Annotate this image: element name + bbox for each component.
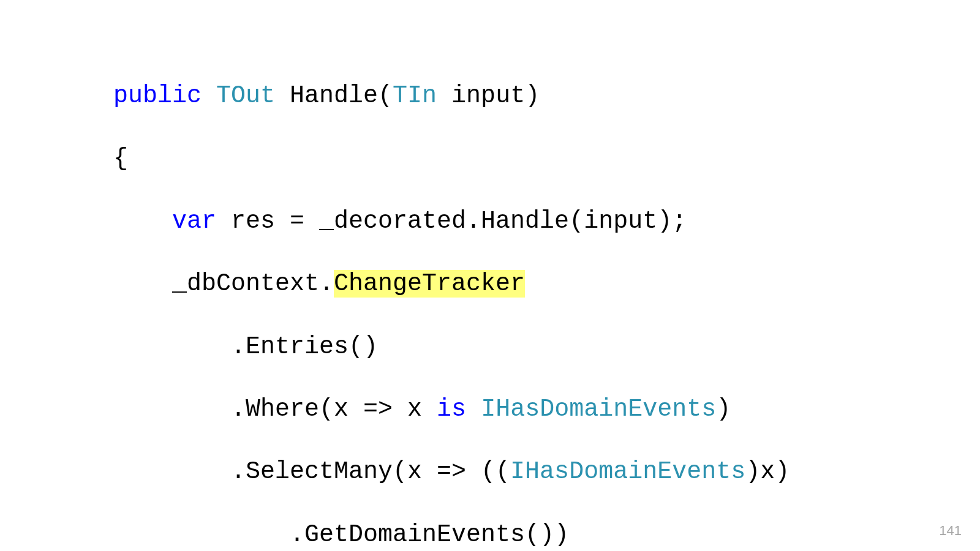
code-line-2: { (113, 143, 790, 174)
keyword-public: public (113, 82, 202, 110)
code-block: public TOut Handle(TIn input) { var res … (113, 49, 790, 551)
page-number: 141 (939, 523, 962, 539)
type-tout: TOut (216, 82, 275, 110)
type-ihasdomainevents: IHasDomainEvents (481, 395, 716, 423)
highlighted-changetracker: ChangeTracker (334, 270, 525, 298)
keyword-var: var (172, 208, 216, 235)
method-name: Handle( (275, 82, 393, 110)
code-line-6: .Where(x => x is IHasDomainEvents) (113, 394, 790, 425)
code-line-3: var res = _decorated.Handle(input); (113, 206, 790, 237)
type-ihasdomainevents-2: IHasDomainEvents (510, 458, 745, 485)
type-tin: TIn (393, 82, 437, 110)
keyword-is: is (437, 395, 466, 423)
code-line-5: .Entries() (113, 331, 790, 362)
code-line-4: _dbContext.ChangeTracker (113, 268, 790, 299)
code-line-8: .GetDomainEvents()) (113, 519, 790, 550)
code-line-7: .SelectMany(x => ((IHasDomainEvents)x) (113, 456, 790, 487)
code-line-1: public TOut Handle(TIn input) (113, 80, 790, 111)
